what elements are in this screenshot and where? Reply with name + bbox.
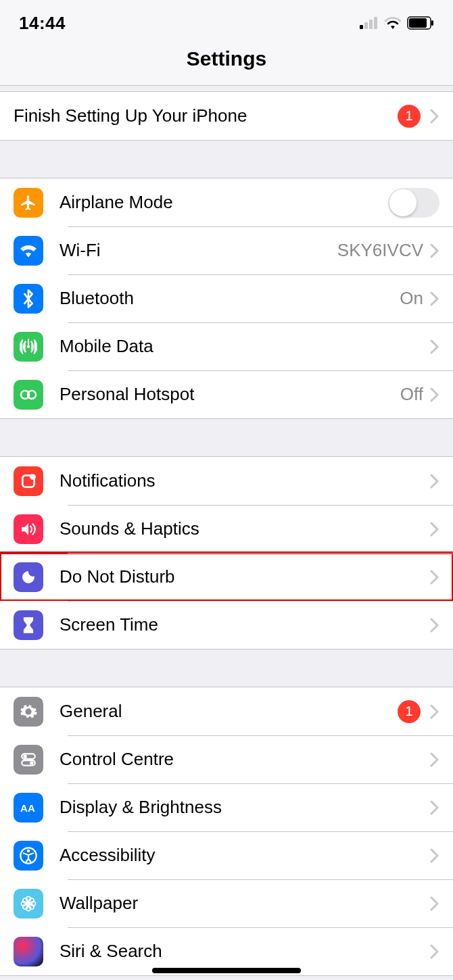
svg-rect-5 xyxy=(409,18,427,28)
svg-text:A: A xyxy=(20,802,28,814)
cellular-icon xyxy=(360,17,379,29)
chevron-icon xyxy=(430,944,439,959)
siri-icon xyxy=(14,937,43,966)
svg-rect-2 xyxy=(369,20,373,29)
sounds-icon xyxy=(14,514,43,544)
hotspot-icon xyxy=(14,380,43,410)
mobile-data-icon xyxy=(14,332,43,362)
control-label: Control Centre xyxy=(59,749,430,770)
dnd-label: Do Not Disturb xyxy=(59,566,430,587)
wifi-label: Wi-Fi xyxy=(59,240,337,261)
moon-icon xyxy=(14,562,43,592)
general-badge: 1 xyxy=(398,700,421,723)
wifi-icon xyxy=(14,236,43,266)
svg-rect-0 xyxy=(360,25,363,29)
wallpaper-row[interactable]: Wallpaper xyxy=(0,879,453,927)
hourglass-icon xyxy=(14,610,43,640)
page-header: Settings xyxy=(0,41,453,86)
sounds-label: Sounds & Haptics xyxy=(59,518,430,539)
status-time: 14:44 xyxy=(19,13,66,34)
svg-point-19 xyxy=(27,849,30,852)
finish-setup-label: Finish Setting Up Your iPhone xyxy=(14,105,398,126)
display-row[interactable]: AA Display & Brightness xyxy=(0,783,453,831)
chevron-icon xyxy=(430,522,439,537)
wifi-row[interactable]: Wi-Fi SKY6IVCV xyxy=(0,226,453,274)
wifi-status-icon xyxy=(384,16,402,30)
page-title: Settings xyxy=(0,47,453,70)
airplane-switch[interactable] xyxy=(388,188,439,218)
bluetooth-row[interactable]: Bluetooth On xyxy=(0,274,453,322)
setup-group: Finish Setting Up Your iPhone 1 xyxy=(0,91,453,141)
setup-badge: 1 xyxy=(398,105,421,128)
screentime-label: Screen Time xyxy=(59,614,430,635)
mobile-data-row[interactable]: Mobile Data xyxy=(0,322,453,370)
airplane-mode-row[interactable]: Airplane Mode xyxy=(0,178,453,226)
battery-icon xyxy=(407,16,434,30)
chevron-icon xyxy=(430,704,439,719)
accessibility-row[interactable]: Accessibility xyxy=(0,831,453,879)
chevron-icon xyxy=(430,339,439,354)
svg-point-13 xyxy=(23,754,26,758)
chevron-icon xyxy=(430,243,439,258)
do-not-disturb-row[interactable]: Do Not Disturb xyxy=(0,553,453,601)
home-indicator[interactable] xyxy=(152,968,301,973)
bluetooth-icon xyxy=(14,284,43,314)
wifi-value: SKY6IVCV xyxy=(337,240,423,261)
svg-rect-3 xyxy=(374,17,377,29)
accessibility-label: Accessibility xyxy=(59,845,430,866)
chevron-icon xyxy=(430,896,439,911)
chevron-icon xyxy=(430,800,439,815)
airplane-icon xyxy=(14,188,43,218)
svg-point-11 xyxy=(30,474,36,480)
system-group: General 1 Control Centre AA Display & Br… xyxy=(0,687,453,976)
accessibility-icon xyxy=(14,841,43,871)
notifications-icon xyxy=(14,466,43,496)
gear-icon xyxy=(14,697,43,727)
svg-rect-1 xyxy=(364,22,368,29)
chevron-icon xyxy=(430,848,439,863)
screen-time-row[interactable]: Screen Time xyxy=(0,601,453,649)
notifications-row[interactable]: Notifications xyxy=(0,457,453,505)
control-centre-icon xyxy=(14,745,43,775)
svg-text:A: A xyxy=(28,802,35,814)
svg-point-7 xyxy=(27,345,30,347)
alerts-group: Notifications Sounds & Haptics Do Not Di… xyxy=(0,456,453,650)
display-icon: AA xyxy=(14,793,43,823)
chevron-icon xyxy=(430,752,439,767)
finish-setup-row[interactable]: Finish Setting Up Your iPhone 1 xyxy=(0,92,453,140)
mobile-data-label: Mobile Data xyxy=(59,336,430,357)
hotspot-value: Off xyxy=(400,384,423,405)
hotspot-row[interactable]: Personal Hotspot Off xyxy=(0,370,453,418)
wallpaper-icon xyxy=(14,889,43,918)
bluetooth-label: Bluetooth xyxy=(59,288,400,309)
chevron-icon xyxy=(430,474,439,489)
general-label: General xyxy=(59,701,398,722)
general-row[interactable]: General 1 xyxy=(0,687,453,735)
control-centre-row[interactable]: Control Centre xyxy=(0,735,453,783)
connectivity-group: Airplane Mode Wi-Fi SKY6IVCV Bluetooth O… xyxy=(0,178,453,419)
siri-label: Siri & Search xyxy=(59,941,430,962)
airplane-label: Airplane Mode xyxy=(59,192,388,213)
chevron-icon xyxy=(430,618,439,633)
svg-rect-6 xyxy=(431,20,433,26)
sounds-row[interactable]: Sounds & Haptics xyxy=(0,505,453,553)
bluetooth-value: On xyxy=(400,288,423,309)
wallpaper-label: Wallpaper xyxy=(59,893,430,914)
chevron-icon xyxy=(430,387,439,402)
chevron-icon xyxy=(430,291,439,306)
chevron-icon xyxy=(430,109,439,124)
status-bar: 14:44 xyxy=(0,0,453,41)
hotspot-label: Personal Hotspot xyxy=(59,384,400,405)
svg-point-15 xyxy=(30,761,33,764)
notifications-label: Notifications xyxy=(59,470,430,491)
status-icons xyxy=(360,16,434,30)
chevron-icon xyxy=(430,570,439,585)
display-label: Display & Brightness xyxy=(59,797,430,818)
